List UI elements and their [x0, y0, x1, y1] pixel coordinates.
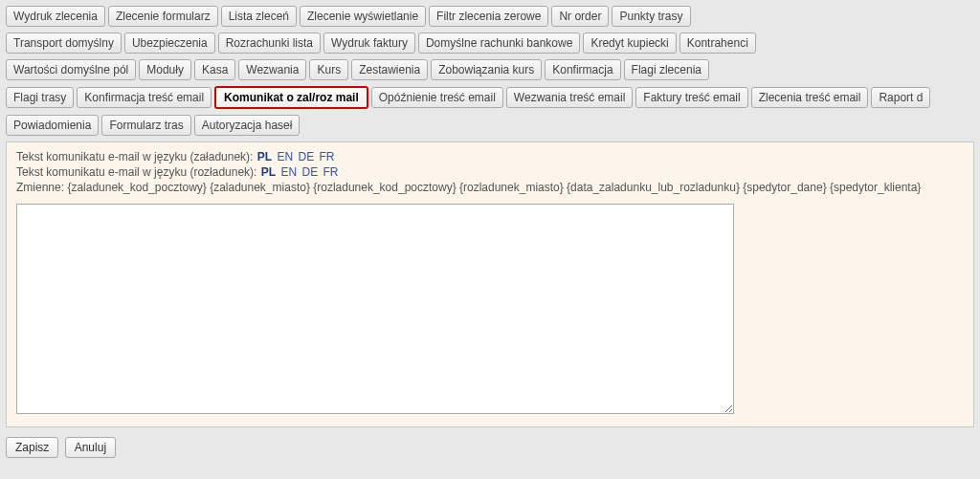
tab-item[interactable]: Wydruk faktury: [323, 33, 415, 54]
tab-item[interactable]: Formularz tras: [101, 115, 190, 136]
tab-row: Flagi trasyKonfirmacja treść emailKomuni…: [6, 86, 974, 109]
tab-content-panel: Tekst komunikatu e-mail w języku (załadu…: [6, 142, 974, 427]
tab-item[interactable]: Kredyt kupiecki: [583, 33, 676, 54]
tab-item[interactable]: Raport d: [871, 87, 930, 108]
variables-line: Zmienne: {zaladunek_kod_pocztowy} {zalad…: [16, 181, 964, 194]
unloading-lang-label: Tekst komunikatu e-mail w języku (rozład…: [16, 165, 256, 179]
tab-item[interactable]: Faktury treść email: [635, 87, 747, 108]
save-button[interactable]: Zapisz: [6, 437, 58, 458]
unloading-lang-line: Tekst komunikatu e-mail w języku (rozład…: [16, 165, 964, 179]
unloading-lang-de[interactable]: DE: [301, 165, 318, 179]
tab-item[interactable]: Konfirmacja: [545, 59, 620, 80]
loading-lang-pl[interactable]: PL: [257, 150, 272, 163]
unloading-lang-pl[interactable]: PL: [261, 165, 276, 179]
tab-item[interactable]: Lista zleceń: [221, 6, 297, 27]
tab-item[interactable]: Zobowiązania kurs: [431, 59, 542, 80]
tab-item[interactable]: Zlecenie formularz: [108, 6, 218, 27]
email-body-textarea[interactable]: [16, 204, 734, 414]
variables-label: Zmienne:: [16, 181, 64, 194]
action-row: Zapisz Anuluj: [6, 437, 974, 458]
tab-item[interactable]: Komunikat o zal/roz mail: [214, 86, 368, 109]
cancel-button[interactable]: Anuluj: [65, 437, 116, 458]
tab-item[interactable]: Filtr zlecenia zerowe: [429, 6, 548, 27]
tab-item[interactable]: Autoryzacja haseł: [194, 115, 301, 136]
tab-item[interactable]: Zestawienia: [351, 59, 428, 80]
tab-item[interactable]: Transport domyślny: [6, 33, 122, 54]
loading-lang-fr[interactable]: FR: [320, 150, 335, 163]
tab-item[interactable]: Zlecenia treść email: [751, 87, 869, 108]
tab-item[interactable]: Kasa: [194, 59, 235, 80]
unloading-lang-fr[interactable]: FR: [323, 165, 339, 179]
variables-text: {zaladunek_kod_pocztowy} {zaladunek_mias…: [67, 181, 921, 194]
tab-item[interactable]: Wezwania: [238, 59, 306, 80]
tab-row: Transport domyślnyUbezpieczeniaRozrachun…: [6, 33, 974, 54]
unloading-lang-en[interactable]: EN: [280, 165, 297, 179]
tab-item[interactable]: Ubezpieczenia: [124, 33, 215, 54]
tab-item[interactable]: Punkty trasy: [612, 6, 690, 27]
tab-item[interactable]: Flagi trasy: [6, 87, 74, 108]
tab-item[interactable]: Opóźnienie treść email: [371, 87, 503, 108]
tab-item[interactable]: Rozrachunki lista: [218, 33, 321, 54]
settings-tab-strip: Wydruk zleceniaZlecenie formularzLista z…: [6, 6, 974, 136]
tab-row: PowiadomieniaFormularz trasAutoryzacja h…: [6, 115, 974, 136]
loading-lang-line: Tekst komunikatu e-mail w języku (załadu…: [16, 150, 964, 163]
tab-item[interactable]: Nr order: [551, 6, 609, 27]
tab-row: Wydruk zleceniaZlecenie formularzLista z…: [6, 6, 974, 27]
tab-item[interactable]: Domyślne rachunki bankowe: [418, 33, 580, 54]
tab-row: Wartości domyślne pólModułyKasaWezwaniaK…: [6, 59, 974, 80]
loading-lang-en[interactable]: EN: [277, 150, 293, 163]
tab-item[interactable]: Flagi zlecenia: [624, 59, 709, 80]
tab-item[interactable]: Wydruk zlecenia: [6, 6, 105, 27]
tab-item[interactable]: Wartości domyślne pól: [6, 59, 136, 80]
loading-lang-label: Tekst komunikatu e-mail w języku (załadu…: [16, 150, 253, 163]
tab-item[interactable]: Zlecenie wyświetlanie: [300, 6, 426, 27]
tab-item[interactable]: Powiadomienia: [6, 115, 99, 136]
tab-item[interactable]: Kontrahenci: [679, 33, 756, 54]
tab-item[interactable]: Moduły: [139, 59, 191, 80]
tab-item[interactable]: Kurs: [309, 59, 348, 80]
tab-item[interactable]: Konfirmacja treść email: [77, 87, 212, 108]
loading-lang-de[interactable]: DE: [298, 150, 314, 163]
tab-item[interactable]: Wezwania treść email: [506, 87, 633, 108]
